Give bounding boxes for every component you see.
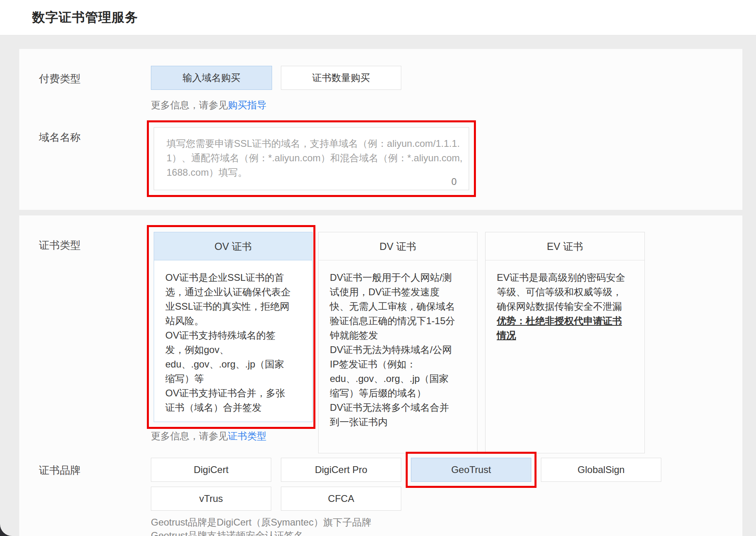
cert-type-label: 证书类型 <box>39 238 81 252</box>
payment-type-label: 付费类型 <box>39 71 81 86</box>
dv-card-title: DV 证书 <box>319 232 477 260</box>
ev-card-advantage-link[interactable]: 优势：杜绝非授权代申请证书 情况 <box>497 315 622 341</box>
domain-annotation-box: 填写您需要申请SSL证书的域名，支持单域名（例：aliyun.com/1.1.1… <box>147 120 476 197</box>
brand-note-line2: Geotrust品牌支持诺顿安全认证签名 <box>151 529 371 536</box>
brand-label: 证书品牌 <box>39 463 81 477</box>
payment-info-line: 更多信息，请参见购买指导 <box>151 98 266 112</box>
purchase-config-card: 付费类型 输入域名购买 证书数量购买 更多信息，请参见购买指导 域名名称 填写您… <box>19 49 742 210</box>
payment-option-domain-button[interactable]: 输入域名购买 <box>151 66 272 90</box>
cert-type-link[interactable]: 证书类型 <box>228 430 266 441</box>
domain-textarea[interactable]: 填写您需要申请SSL证书的域名，支持单域名（例：aliyun.com/1.1.1… <box>154 127 469 190</box>
cert-type-card-ov[interactable]: OV 证书 OV证书是企业SSL证书的首 选，通过企业认证确保代表企 业SSL证… <box>154 232 313 422</box>
ev-card-title: EV 证书 <box>486 232 644 260</box>
ov-card-description: OV证书是企业SSL证书的首 选，通过企业认证确保代表企 业SSL证书的真实性，… <box>154 260 312 425</box>
domain-name-label: 域名名称 <box>39 130 81 144</box>
geotrust-annotation-box <box>406 452 537 488</box>
payment-option-quantity-button[interactable]: 证书数量购买 <box>281 66 401 90</box>
brand-globalsign-button[interactable]: GlobalSign <box>541 458 661 482</box>
domain-char-counter: 0 <box>451 176 457 187</box>
page-header: 数字证书管理服务 <box>0 0 756 35</box>
cert-type-card-ev[interactable]: EV 证书 EV证书是最高级别的密码安全 等级、可信等级和权威等级， 确保网站数… <box>485 232 645 453</box>
brand-digicert-pro-button[interactable]: DigiCert Pro <box>281 458 401 482</box>
brand-cfca-button[interactable]: CFCA <box>281 487 401 511</box>
page-title: 数字证书管理服务 <box>32 0 138 35</box>
payment-info-text: 更多信息，请参见 <box>151 99 228 110</box>
cert-type-info-line: 更多信息，请参见证书类型 <box>151 429 266 443</box>
ev-card-description: EV证书是最高级别的密码安全 等级、可信等级和权威等级， 确保网站数据传输安全不… <box>486 260 644 353</box>
dv-card-description: DV证书一般用于个人网站/测 试使用，DV证书签发速度 快、无需人工审核，确保域… <box>319 260 477 439</box>
brand-notes: Geotrust品牌是DigiCert（原Symantec）旗下子品牌 Geot… <box>151 516 371 536</box>
brand-digicert-button[interactable]: DigiCert <box>151 458 271 482</box>
brand-note-line1: Geotrust品牌是DigiCert（原Symantec）旗下子品牌 <box>151 516 371 529</box>
cert-type-info-text: 更多信息，请参见 <box>151 430 228 441</box>
purchase-guide-link[interactable]: 购买指导 <box>228 99 266 110</box>
domain-placeholder: 填写您需要申请SSL证书的域名，支持单域名（例：aliyun.com/1.1.1… <box>167 136 464 180</box>
ssl-purchase-page: 数字证书管理服务 付费类型 输入域名购买 证书数量购买 更多信息，请参见购买指导… <box>0 0 756 536</box>
ev-card-body-text: EV证书是最高级别的密码安全 等级、可信等级和权威等级， 确保网站数据传输安全不… <box>497 272 625 312</box>
ov-card-title: OV 证书 <box>154 232 312 260</box>
certificate-config-card: 证书类型 OV 证书 OV证书是企业SSL证书的首 选，通过企业认证确保代表企 … <box>19 215 742 536</box>
brand-vtrus-button[interactable]: vTrus <box>151 487 271 511</box>
cert-type-card-dv[interactable]: DV 证书 DV证书一般用于个人网站/测 试使用，DV证书签发速度 快、无需人工… <box>318 232 478 453</box>
ov-annotation-box: OV 证书 OV证书是企业SSL证书的首 选，通过企业认证确保代表企 业SSL证… <box>147 225 315 429</box>
